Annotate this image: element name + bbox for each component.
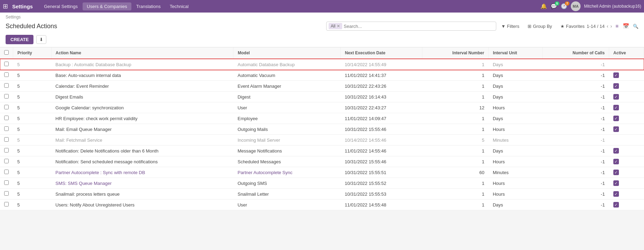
- row-checkbox[interactable]: [4, 116, 9, 120]
- list-view-button[interactable]: ≡: [614, 22, 620, 30]
- active-cell[interactable]: ✓: [609, 156, 644, 167]
- model-cell[interactable]: Outgoing Mails: [233, 124, 341, 135]
- model-cell[interactable]: User: [233, 102, 341, 113]
- table-row[interactable]: 5Mail: Fetchmail ServiceIncoming Mail Se…: [0, 135, 644, 146]
- model-cell[interactable]: Automatic Database Backup: [233, 59, 341, 70]
- select-all-checkbox[interactable]: [4, 50, 9, 55]
- search-area: All ✕ ▼ Filters ⊞ Group By ★ Favorites: [326, 22, 638, 31]
- chat-icon[interactable]: 💬 5: [551, 3, 557, 9]
- model-cell[interactable]: Scheduled Messages: [233, 156, 341, 167]
- row-checkbox[interactable]: [4, 137, 9, 142]
- action-name-cell[interactable]: Base: Auto-vacuum internal data: [51, 70, 233, 81]
- action-name-cell[interactable]: Notification: Send scheduled message not…: [51, 156, 233, 167]
- favorites-button[interactable]: ★ Favorites: [558, 22, 586, 30]
- active-cell[interactable]: [609, 135, 644, 146]
- bell-icon[interactable]: 🔔: [540, 3, 547, 9]
- calendar-view-button[interactable]: 📅: [621, 22, 631, 30]
- filters-button[interactable]: ▼ Filters: [499, 22, 521, 30]
- active-cell[interactable]: ✓: [609, 81, 644, 92]
- next-page-button[interactable]: ›: [611, 23, 612, 29]
- table-row[interactable]: 5Notification: Delete Notifications olde…: [0, 146, 644, 156]
- table-row[interactable]: 5Google Calendar: synchronizationUser10/…: [0, 102, 644, 113]
- user-name[interactable]: Mitchell Admin (autobackup16): [584, 4, 641, 9]
- table-row[interactable]: 5Snailmail: process letters queueSnailma…: [0, 189, 644, 200]
- groupby-button[interactable]: ⊞ Group By: [526, 22, 554, 30]
- nav-link-general-settings[interactable]: General Settings: [40, 2, 82, 10]
- download-button[interactable]: ⬇: [36, 35, 46, 44]
- row-checkbox[interactable]: [4, 126, 9, 131]
- row-checkbox[interactable]: [4, 159, 9, 163]
- table-row[interactable]: 5HR Employee: check work permit validity…: [0, 113, 644, 124]
- app-grid-icon[interactable]: ⊞: [3, 2, 8, 10]
- table-row[interactable]: 5Mail: Email Queue ManagerOutgoing Mails…: [0, 124, 644, 135]
- action-name-cell[interactable]: Backup : Automatic Database Backup: [51, 59, 233, 70]
- model-cell[interactable]: Employee: [233, 113, 341, 124]
- row-checkbox[interactable]: [4, 62, 9, 66]
- active-cell[interactable]: ✓: [609, 146, 644, 156]
- clock-icon[interactable]: 🕐 7: [561, 3, 567, 9]
- priority-cell: 5: [13, 113, 52, 124]
- table-row[interactable]: 5SMS: SMS Queue ManagerOutgoing SMS10/31…: [0, 178, 644, 189]
- model-cell[interactable]: User: [233, 200, 341, 210]
- action-name-cell[interactable]: Notification: Delete Notifications older…: [51, 146, 233, 156]
- action-name-cell[interactable]: Calendar: Event Reminder: [51, 81, 233, 92]
- all-tag[interactable]: All ✕: [329, 23, 342, 29]
- action-name-cell[interactable]: Snailmail: process letters queue: [51, 189, 233, 200]
- row-checkbox[interactable]: [4, 105, 9, 109]
- action-name-cell[interactable]: Mail: Fetchmail Service: [51, 135, 233, 146]
- action-name-cell[interactable]: SMS: SMS Queue Manager: [51, 178, 233, 189]
- prev-page-button[interactable]: ‹: [607, 23, 608, 29]
- active-cell[interactable]: ✓: [609, 178, 644, 189]
- nav-link-translations[interactable]: Translations: [132, 2, 165, 10]
- interval-unit-column-header: Interval Unit: [489, 47, 542, 59]
- model-cell[interactable]: Outgoing SMS: [233, 178, 341, 189]
- row-checkbox[interactable]: [4, 180, 9, 185]
- active-cell[interactable]: [609, 59, 644, 70]
- row-checkbox[interactable]: [4, 202, 9, 206]
- row-checkbox[interactable]: [4, 170, 9, 174]
- table-row[interactable]: 5Partner Autocomplete : Sync with remote…: [0, 167, 644, 178]
- model-cell[interactable]: Incoming Mail Server: [233, 135, 341, 146]
- action-name-cell[interactable]: Digest Emails: [51, 92, 233, 102]
- action-name-cell[interactable]: Partner Autocomplete : Sync with remote …: [51, 167, 233, 178]
- interval-number-cell: 1: [422, 81, 489, 92]
- nav-link-technical[interactable]: Technical: [166, 2, 193, 10]
- active-cell[interactable]: ✓: [609, 92, 644, 102]
- active-cell[interactable]: ✓: [609, 113, 644, 124]
- action-name-cell[interactable]: Google Calendar: synchronization: [51, 102, 233, 113]
- action-name-cell[interactable]: Mail: Email Queue Manager: [51, 124, 233, 135]
- tag-remove-icon[interactable]: ✕: [337, 24, 340, 29]
- row-checkbox-cell: [0, 200, 13, 210]
- active-cell[interactable]: ✓: [609, 70, 644, 81]
- active-cell[interactable]: ✓: [609, 200, 644, 210]
- model-cell[interactable]: Event Alarm Manager: [233, 81, 341, 92]
- interval-unit-cell: Days: [489, 70, 542, 81]
- table-row[interactable]: 5Users: Notify About Unregistered UsersU…: [0, 200, 644, 210]
- create-button[interactable]: CREATE: [6, 35, 33, 44]
- fullscreen-search-icon[interactable]: 🔍: [633, 24, 638, 29]
- active-cell[interactable]: ✓: [609, 102, 644, 113]
- row-checkbox[interactable]: [4, 191, 9, 196]
- search-input[interactable]: [344, 24, 494, 29]
- nav-link-users---companies[interactable]: Users & Companies: [83, 2, 131, 10]
- model-cell[interactable]: Message Notifications: [233, 146, 341, 156]
- row-checkbox[interactable]: [4, 83, 9, 88]
- model-cell[interactable]: Partner Autocomplete Sync: [233, 167, 341, 178]
- table-row[interactable]: 5Calendar: Event ReminderEvent Alarm Man…: [0, 81, 644, 92]
- table-row[interactable]: 5Backup : Automatic Database BackupAutom…: [0, 59, 644, 70]
- row-checkbox[interactable]: [4, 148, 9, 153]
- table-row[interactable]: 5Notification: Send scheduled message no…: [0, 156, 644, 167]
- active-cell[interactable]: ✓: [609, 167, 644, 178]
- model-cell[interactable]: Snailmail Letter: [233, 189, 341, 200]
- row-checkbox[interactable]: [4, 72, 9, 77]
- table-row[interactable]: 5Base: Auto-vacuum internal dataAutomati…: [0, 70, 644, 81]
- action-name-cell[interactable]: HR Employee: check work permit validity: [51, 113, 233, 124]
- avatar[interactable]: MA: [571, 1, 581, 11]
- model-cell[interactable]: Automatic Vacuum: [233, 70, 341, 81]
- action-name-cell[interactable]: Users: Notify About Unregistered Users: [51, 200, 233, 210]
- active-cell[interactable]: ✓: [609, 124, 644, 135]
- table-row[interactable]: 5Digest EmailsDigest10/31/2022 16:14:431…: [0, 92, 644, 102]
- model-cell[interactable]: Digest: [233, 92, 341, 102]
- active-cell[interactable]: ✓: [609, 189, 644, 200]
- row-checkbox[interactable]: [4, 94, 9, 99]
